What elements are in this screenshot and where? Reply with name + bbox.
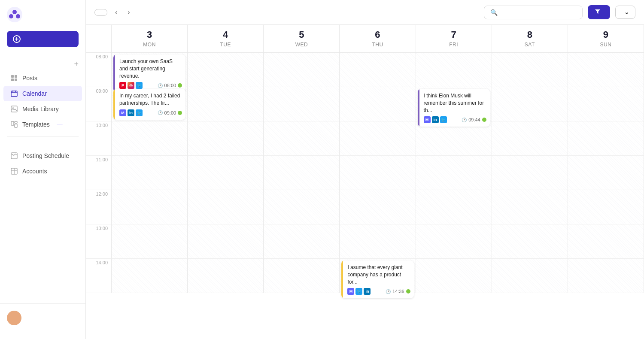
day-cell-5-3[interactable] bbox=[492, 156, 568, 190]
day-cell-1-5[interactable] bbox=[188, 224, 264, 259]
topbar: ‹ › 🔍 ⌄ bbox=[86, 0, 644, 25]
twitter-icon: 🐦 bbox=[355, 288, 362, 295]
day-cell-3-0[interactable] bbox=[340, 53, 416, 87]
day-name-mon: Mon bbox=[143, 42, 155, 48]
day-cell-4-3[interactable] bbox=[416, 156, 492, 190]
day-cell-0-6[interactable] bbox=[112, 259, 188, 293]
prev-week-button[interactable]: ‹ bbox=[112, 7, 120, 18]
filters-button[interactable] bbox=[588, 5, 610, 19]
sidebar-item-posting-schedule[interactable]: Posting Schedule bbox=[3, 148, 82, 163]
day-cell-1-2[interactable] bbox=[188, 121, 264, 156]
day-cell-2-2[interactable] bbox=[264, 121, 340, 156]
day-cell-0-0[interactable]: Launch your own SaaS and start generatin… bbox=[112, 53, 188, 87]
day-cell-4-1[interactable]: I think Elon Musk will remember this sum… bbox=[416, 87, 492, 121]
event-text-e2: In my career, I had 2 failed partnership… bbox=[119, 92, 182, 107]
day-name-tue: Tue bbox=[220, 42, 231, 48]
day-cell-6-0[interactable] bbox=[568, 53, 644, 87]
day-cell-1-0[interactable] bbox=[188, 53, 264, 87]
sidebar-item-calendar[interactable]: Calendar bbox=[3, 86, 82, 101]
day-cell-1-1[interactable] bbox=[188, 87, 264, 121]
event-time-text-e1: 08:00 bbox=[164, 83, 176, 88]
day-cell-2-3[interactable] bbox=[264, 156, 340, 190]
event-card-e2[interactable]: In my career, I had 2 failed partnership… bbox=[113, 89, 185, 120]
day-cell-1-3[interactable] bbox=[188, 156, 264, 190]
day-cell-4-0[interactable] bbox=[416, 53, 492, 87]
content-add-button[interactable]: + bbox=[74, 60, 79, 68]
day-cell-3-4[interactable] bbox=[340, 190, 416, 224]
day-cell-2-1[interactable] bbox=[264, 87, 340, 121]
week-button[interactable]: ⌄ bbox=[615, 6, 635, 19]
day-cell-6-2[interactable] bbox=[568, 121, 644, 156]
day-cell-5-0[interactable] bbox=[492, 53, 568, 87]
content-section-header: + bbox=[0, 58, 85, 70]
svg-rect-6 bbox=[11, 79, 14, 81]
day-cell-6-4[interactable] bbox=[568, 190, 644, 224]
day-cell-5-2[interactable] bbox=[492, 121, 568, 156]
create-post-button[interactable]: + bbox=[7, 31, 79, 47]
svg-rect-7 bbox=[15, 79, 17, 81]
next-week-button[interactable]: › bbox=[125, 7, 132, 18]
event-card-e3[interactable]: I think Elon Musk will remember this sum… bbox=[418, 89, 490, 127]
day-cell-2-0[interactable] bbox=[264, 53, 340, 87]
logo bbox=[0, 7, 85, 31]
day-cell-5-6[interactable] bbox=[492, 259, 568, 293]
sidebar-item-accounts[interactable]: Accounts bbox=[3, 163, 82, 179]
day-cell-4-4[interactable] bbox=[416, 190, 492, 224]
day-header-sun: 9 Sun bbox=[568, 25, 644, 52]
day-num-7: 7 bbox=[418, 29, 490, 40]
day-cell-5-1[interactable] bbox=[492, 87, 568, 121]
status-dot-e3 bbox=[482, 118, 486, 122]
event-card-e4[interactable]: I asume that every giant company has a p… bbox=[341, 260, 413, 298]
day-cell-6-5[interactable] bbox=[568, 224, 644, 259]
sidebar-item-posts[interactable]: Posts bbox=[3, 70, 82, 86]
search-input[interactable] bbox=[501, 9, 576, 16]
svg-point-3 bbox=[16, 14, 20, 18]
day-cell-0-2[interactable] bbox=[112, 121, 188, 156]
plus-circle-icon: + bbox=[13, 35, 21, 43]
day-cell-5-5[interactable] bbox=[492, 224, 568, 259]
today-button[interactable] bbox=[94, 9, 107, 16]
event-footer-e2: Min🐦🕐09:00 bbox=[119, 109, 182, 116]
day-cell-3-5[interactable] bbox=[340, 224, 416, 259]
day-cell-6-1[interactable] bbox=[568, 87, 644, 121]
day-cell-3-1[interactable] bbox=[340, 87, 416, 121]
day-cell-6-6[interactable] bbox=[568, 259, 644, 293]
day-cell-4-5[interactable] bbox=[416, 224, 492, 259]
templates-icon bbox=[10, 121, 18, 128]
day-cell-3-2[interactable] bbox=[340, 121, 416, 156]
day-cell-0-5[interactable] bbox=[112, 224, 188, 259]
status-dot-e2 bbox=[178, 111, 182, 115]
day-num-9: 9 bbox=[570, 29, 642, 40]
event-card-e1[interactable]: Launch your own SaaS and start generatin… bbox=[113, 54, 185, 92]
sidebar-item-label-calendar: Calendar bbox=[22, 90, 47, 97]
day-cell-3-6[interactable]: I asume that every giant company has a p… bbox=[340, 259, 416, 293]
day-cell-6-3[interactable] bbox=[568, 156, 644, 190]
clock-icon-e3: 🕐 bbox=[462, 118, 467, 122]
chevron-down-icon: ⌄ bbox=[624, 9, 629, 15]
day-cell-2-4[interactable] bbox=[264, 190, 340, 224]
status-dot-e1 bbox=[178, 83, 182, 88]
filter-icon bbox=[595, 9, 601, 16]
calendar-body: 08:00Launch your own SaaS and start gene… bbox=[86, 53, 644, 339]
day-cell-2-6[interactable] bbox=[264, 259, 340, 293]
day-cell-0-4[interactable] bbox=[112, 190, 188, 224]
day-header-fri: 7 Fri bbox=[416, 25, 492, 52]
day-cell-2-5[interactable] bbox=[264, 224, 340, 259]
day-num-8: 8 bbox=[494, 29, 566, 40]
linkedin-icon: in bbox=[128, 109, 134, 116]
day-cell-0-1[interactable]: In my career, I had 2 failed partnership… bbox=[112, 87, 188, 121]
day-cell-4-6[interactable] bbox=[416, 259, 492, 293]
day-cell-1-4[interactable] bbox=[188, 190, 264, 224]
day-cell-0-3[interactable] bbox=[112, 156, 188, 190]
search-icon: 🔍 bbox=[490, 9, 498, 16]
sidebar-item-templates[interactable]: Templates bbox=[3, 117, 82, 132]
day-cell-5-4[interactable] bbox=[492, 190, 568, 224]
time-label-0800: 08:00 bbox=[86, 53, 112, 87]
image-icon bbox=[10, 105, 18, 113]
day-cell-1-6[interactable] bbox=[188, 259, 264, 293]
sidebar-item-media-library[interactable]: Media Library bbox=[3, 101, 82, 117]
posts-icon bbox=[10, 74, 18, 82]
day-cell-3-3[interactable] bbox=[340, 156, 416, 190]
config-section-header bbox=[0, 143, 85, 148]
day-num-3: 3 bbox=[113, 29, 185, 40]
